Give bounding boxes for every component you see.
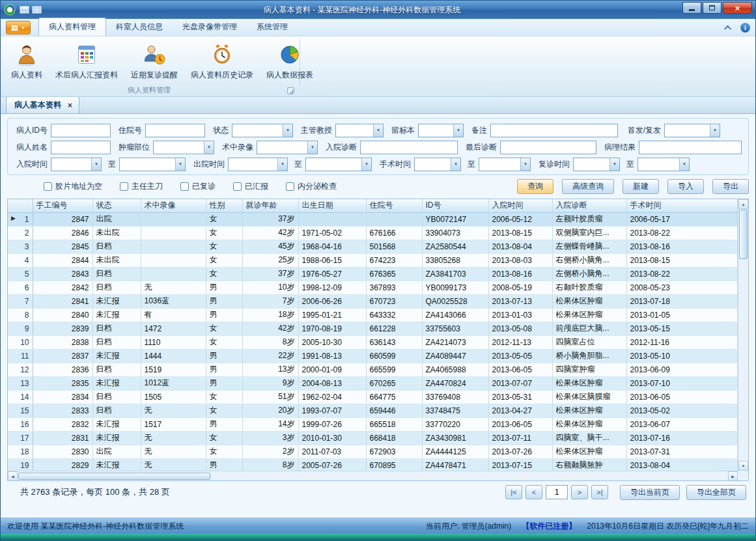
table-row[interactable]: 92839归档1472女42岁1970-08-19661228337556032…	[8, 322, 738, 335]
tab-close-icon[interactable]: ×	[68, 101, 72, 110]
table-row[interactable]: ▶12847出院女37岁YB00721472006-05-12左额叶胶质瘤200…	[8, 212, 738, 226]
chevron-down-icon[interactable]: ▼	[609, 158, 619, 171]
checkbox-icon[interactable]	[44, 182, 52, 191]
chevron-down-icon[interactable]: ▼	[204, 141, 214, 154]
chevron-down-icon[interactable]: ▼	[373, 124, 383, 137]
filter-select[interactable]: ▼	[414, 158, 461, 171]
column-header[interactable]: 出生日期	[298, 199, 366, 212]
ribbon-button-5[interactable]: 病人数据报表	[260, 40, 320, 83]
table-row[interactable]: 192829未汇报无男8岁2005-07-26670895ZA447847120…	[8, 458, 738, 471]
filter-select[interactable]: ▼	[228, 158, 288, 171]
table-row[interactable]: 172831未汇报无女3岁2010-01-30668418ZA343098120…	[8, 431, 738, 445]
vertical-scrollbar[interactable]: ▲ ▼	[738, 199, 748, 471]
last-page-button[interactable]: >|	[591, 485, 608, 499]
table-row[interactable]: 22846未出院女42岁1971-05-02676166339040732013…	[8, 226, 738, 240]
first-page-button[interactable]: |<	[505, 485, 522, 499]
filter-select[interactable]: ▼	[573, 158, 620, 171]
advanced-query-button[interactable]: 高级查询	[562, 179, 614, 194]
table-row[interactable]: 52843归档女37岁1976-05-27676365ZA38417032013…	[8, 267, 738, 281]
chevron-down-icon[interactable]: ▼	[283, 124, 292, 137]
column-header[interactable]	[8, 199, 33, 212]
page-input[interactable]	[546, 485, 568, 499]
filter-input[interactable]	[360, 141, 458, 154]
table-row[interactable]: 62842归档无男10岁1998-12-09367893YB0099173200…	[8, 281, 738, 294]
dialog-launcher-icon[interactable]	[287, 87, 294, 94]
quick-access-grid-icon[interactable]	[32, 5, 42, 14]
checkbox-icon[interactable]	[180, 182, 189, 191]
column-header[interactable]: 就诊年龄	[242, 199, 298, 212]
vertical-scroll-thumb[interactable]	[739, 210, 748, 259]
collapse-ribbon-icon[interactable]	[724, 25, 731, 32]
filter-select[interactable]: ▼	[232, 124, 293, 137]
export-current-page-button[interactable]: 导出当前页	[620, 485, 680, 500]
prev-page-button[interactable]: <	[525, 485, 542, 499]
filter-input[interactable]	[145, 124, 205, 137]
scroll-down-icon[interactable]: ▼	[738, 461, 748, 471]
scroll-left-icon[interactable]: ◀	[8, 471, 18, 481]
close-button[interactable]: ×	[723, 2, 752, 14]
column-header[interactable]: 住院号	[366, 199, 422, 212]
query-button[interactable]: 查询	[517, 179, 553, 194]
table-row[interactable]: 42844未出院女25岁1988-06-15674223338052682013…	[8, 253, 738, 267]
filter-select[interactable]: ▼	[479, 158, 531, 171]
filter-input[interactable]	[639, 141, 742, 154]
table-row[interactable]: 82840未汇报有男18岁1995-01-21643332ZA414306620…	[8, 308, 738, 322]
scroll-right-icon[interactable]: ▶	[728, 471, 738, 481]
filter-input[interactable]	[51, 141, 111, 154]
chevron-down-icon[interactable]: ▼	[361, 158, 371, 171]
ribbon-button-1[interactable]: 病人资料	[5, 40, 49, 83]
filter-select[interactable]: ▼	[637, 158, 690, 171]
filter-input[interactable]	[490, 124, 618, 137]
table-row[interactable]: 142834归档1505女51岁1962-02-0466477533769408…	[8, 390, 738, 404]
chevron-down-icon[interactable]: ▼	[277, 158, 287, 171]
filter-select[interactable]: ▼	[664, 124, 720, 137]
filter-checkbox-4[interactable]: 已汇报	[233, 181, 268, 192]
export-button[interactable]: 导出	[712, 179, 749, 194]
chevron-down-icon[interactable]: ▼	[710, 124, 720, 137]
table-row[interactable]: 182830出院无女2岁2011-07-03672903ZA4444125201…	[8, 445, 738, 458]
filter-checkbox-1[interactable]: 胶片地址为空	[44, 181, 102, 192]
table-row[interactable]: 152833归档无女20岁1993-07-0765944633748475201…	[8, 404, 738, 417]
filter-input[interactable]	[51, 124, 111, 137]
info-icon[interactable]: i	[740, 23, 750, 33]
ribbon-button-3[interactable]: 近期复诊提醒	[124, 40, 184, 83]
table-row[interactable]: 102838归档1110女8岁2005-10-30636143ZA4214073…	[8, 335, 738, 349]
checkbox-icon[interactable]	[120, 182, 128, 191]
filter-input[interactable]	[500, 141, 596, 154]
tab-patient-basic-info[interactable]: 病人基本资料 ×	[6, 96, 79, 113]
checkbox-icon[interactable]	[286, 182, 294, 191]
ribbon-tab-system-management[interactable]: 系统管理	[247, 18, 298, 36]
quick-access-toolbar[interactable]	[20, 5, 42, 14]
column-header[interactable]: 术中录像	[141, 199, 206, 212]
column-header[interactable]: 手术时间	[626, 199, 738, 212]
filter-select[interactable]: ▼	[153, 141, 214, 154]
checkbox-icon[interactable]	[233, 182, 242, 191]
horizontal-scroll-thumb[interactable]	[18, 473, 210, 480]
quick-access-window-icon[interactable]	[20, 5, 29, 14]
table-row[interactable]: 72841未汇报1036蓝男7岁2006-06-26670723QA002552…	[8, 294, 738, 308]
filter-select[interactable]: ▼	[335, 124, 384, 137]
table-row[interactable]: 32845归档女45岁1968-04-16501568ZA25805442013…	[8, 240, 738, 253]
maximize-button[interactable]	[703, 2, 721, 14]
filter-select[interactable]: ▼	[257, 141, 318, 154]
ribbon-tab-department-staff-info[interactable]: 科室人员信息	[106, 18, 173, 36]
chevron-down-icon[interactable]: ▼	[679, 158, 689, 171]
table-row[interactable]: 132835未汇报1012蓝男9岁2004-08-13670265ZA44708…	[8, 376, 738, 390]
table-row[interactable]: 122836归档1519男13岁2000-01-09665599ZA406598…	[8, 363, 738, 376]
minimize-button[interactable]	[682, 2, 701, 14]
import-button[interactable]: 导入	[667, 179, 704, 194]
table-row[interactable]: 112837未汇报1444男22岁1991-08-13660599ZA40894…	[8, 349, 738, 363]
ribbon-tab-patient-data-management[interactable]: 病人资料管理	[38, 18, 106, 36]
ribbon-button-2[interactable]: 术后病人汇报资料	[49, 40, 124, 83]
filter-checkbox-2[interactable]: 主任主刀	[120, 181, 163, 192]
chevron-down-icon[interactable]: ▼	[453, 124, 463, 137]
column-header[interactable]: 入院时间	[488, 199, 552, 212]
filter-select[interactable]: ▼	[51, 158, 102, 171]
filter-checkbox-3[interactable]: 已复诊	[180, 181, 216, 192]
column-header[interactable]: ID号	[422, 199, 488, 212]
column-header[interactable]: 手工编号	[33, 199, 92, 212]
chevron-down-icon[interactable]: ▼	[307, 141, 317, 154]
chevron-down-icon[interactable]: ▼	[520, 158, 530, 171]
column-header[interactable]: 入院诊断	[552, 199, 626, 212]
horizontal-scrollbar[interactable]: ◀ ▶	[8, 471, 738, 480]
